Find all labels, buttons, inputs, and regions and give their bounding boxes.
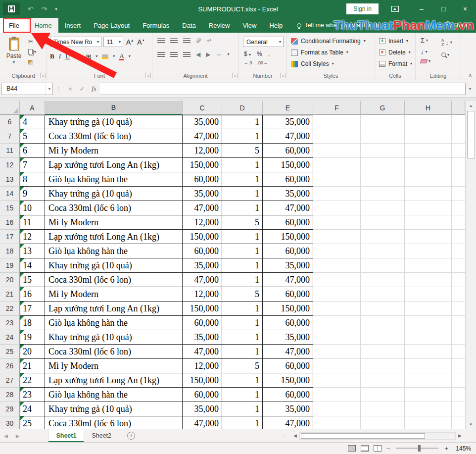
font-size-select[interactable]: 11▾ [103, 37, 123, 47]
cell-empty[interactable] [452, 316, 465, 330]
column-header-b[interactable]: B [45, 101, 183, 115]
accounting-format-button[interactable]: $ ▾ [244, 50, 251, 57]
cell-empty[interactable] [313, 330, 361, 345]
cell-empty[interactable] [405, 330, 452, 345]
cell-qty[interactable]: 1 [222, 402, 263, 416]
formula-bar-resize-handle[interactable]: ⋮ [53, 86, 64, 92]
cell-name[interactable]: Mì ly Modern [45, 215, 183, 230]
cell-empty[interactable] [405, 373, 452, 388]
row-header[interactable]: 25 [0, 345, 20, 359]
percent-style-button[interactable]: % [257, 50, 262, 57]
cell-total[interactable]: 35,000 [263, 115, 313, 129]
cell-stt[interactable]: 14 [20, 258, 45, 273]
cell-qty[interactable]: 1 [222, 388, 263, 402]
cell-price[interactable]: 47,000 [183, 273, 222, 287]
cell-stt[interactable]: 13 [20, 244, 45, 258]
cell-empty[interactable] [313, 345, 361, 359]
cell-stt[interactable]: 19 [20, 330, 45, 345]
font-color-button[interactable]: A [119, 52, 124, 60]
cell-empty[interactable] [405, 172, 452, 187]
cell-stt[interactable]: 22 [20, 373, 45, 388]
row-header[interactable]: 21 [0, 287, 20, 302]
cell-qty[interactable]: 1 [222, 373, 263, 388]
cell-qty[interactable]: 1 [222, 115, 263, 129]
cell-qty[interactable]: 1 [222, 302, 263, 316]
row-header[interactable]: 26 [0, 359, 20, 373]
cell-price[interactable]: 60,000 [183, 172, 222, 187]
customize-qat-button[interactable]: ▾ [55, 7, 57, 11]
cell-name[interactable]: Giò lụa không hàn the [45, 388, 183, 402]
cell-price[interactable]: 35,000 [183, 115, 222, 129]
row-header[interactable]: 22 [0, 302, 20, 316]
zoom-slider-thumb[interactable] [418, 445, 421, 452]
cell-empty[interactable] [361, 373, 405, 388]
cell-empty[interactable] [405, 201, 452, 215]
cell-price[interactable]: 12,000 [183, 359, 222, 373]
cut-button[interactable]: ✂ [28, 38, 36, 45]
cell-empty[interactable] [313, 244, 361, 258]
cell-empty[interactable] [361, 273, 405, 287]
cell-stt[interactable]: 20 [20, 345, 45, 359]
cell-empty[interactable] [452, 215, 465, 230]
row-header[interactable]: 7 [0, 129, 20, 144]
underline-button[interactable]: U [65, 52, 70, 60]
row-header[interactable]: 11 [0, 144, 20, 158]
cell-empty[interactable] [405, 416, 452, 429]
cell-name[interactable]: Lạp xưởng tươi Long An (1kg) [45, 230, 183, 244]
row-header[interactable]: 17 [0, 230, 20, 244]
column-header-g[interactable]: G [361, 101, 405, 115]
delete-cells-button[interactable]: ×Delete▾ [379, 49, 411, 56]
tab-formulas[interactable]: Formulas [136, 18, 176, 33]
scroll-left-icon[interactable]: ◀ [291, 433, 299, 438]
cell-empty[interactable] [313, 287, 361, 302]
cell-empty[interactable] [405, 316, 452, 330]
cell-empty[interactable] [361, 287, 405, 302]
column-header-a[interactable]: A [20, 101, 45, 115]
cell-total[interactable]: 47,000 [263, 345, 313, 359]
cell-total[interactable]: 35,000 [263, 402, 313, 416]
share-button[interactable]: Share [446, 18, 476, 33]
cell-empty[interactable] [313, 402, 361, 416]
collapse-ribbon-button[interactable]: ∧ [469, 72, 472, 78]
cell-total[interactable]: 60,000 [263, 244, 313, 258]
align-middle-button[interactable] [170, 38, 178, 44]
cell-price[interactable]: 12,000 [183, 287, 222, 302]
cell-name[interactable]: Lạp xưởng tươi Long An (1kg) [45, 158, 183, 172]
cell-price[interactable]: 47,000 [183, 416, 222, 429]
find-select-button[interactable]: ▾ [441, 52, 449, 57]
cell-stt[interactable]: 24 [20, 402, 45, 416]
cell-empty[interactable] [313, 158, 361, 172]
previous-sheet-button[interactable]: ◀ [0, 429, 12, 442]
cell-name[interactable]: Lạp xưởng tươi Long An (1kg) [45, 373, 183, 388]
cell-empty[interactable] [452, 230, 465, 244]
cell-empty[interactable] [361, 402, 405, 416]
cell-empty[interactable] [405, 115, 452, 129]
cell-empty[interactable] [361, 158, 405, 172]
format-as-table-button[interactable]: Format as Table▾ [291, 49, 348, 56]
cell-empty[interactable] [361, 316, 405, 330]
align-center-button[interactable] [170, 52, 178, 57]
vertical-scroll-thumb[interactable] [467, 111, 475, 158]
cell-qty[interactable]: 1 [222, 345, 263, 359]
cell-total[interactable]: 60,000 [263, 359, 313, 373]
cell-qty[interactable]: 1 [222, 330, 263, 345]
column-header-d[interactable]: D [222, 101, 263, 115]
cell-empty[interactable] [313, 359, 361, 373]
cell-price[interactable]: 150,000 [183, 158, 222, 172]
row-header[interactable]: 27 [0, 373, 20, 388]
maximize-button[interactable]: □ [432, 0, 454, 18]
row-header[interactable]: 18 [0, 244, 20, 258]
sign-in-button[interactable]: Sign in [346, 3, 379, 14]
cell-total[interactable]: 35,000 [263, 330, 313, 345]
cell-name[interactable]: Khay trứng gà (10 quả) [45, 115, 183, 129]
cell-total[interactable]: 60,000 [263, 287, 313, 302]
fill-color-button[interactable] [102, 54, 108, 59]
increase-decimal-button[interactable]: ←.0 [244, 60, 252, 65]
cell-empty[interactable] [452, 129, 465, 144]
cell-empty[interactable] [405, 144, 452, 158]
cell-empty[interactable] [405, 273, 452, 287]
tab-help[interactable]: Help [263, 18, 289, 33]
cell-total[interactable]: 35,000 [263, 258, 313, 273]
cell-stt[interactable]: 17 [20, 302, 45, 316]
cell-name[interactable]: Giò lụa không hàn the [45, 172, 183, 187]
